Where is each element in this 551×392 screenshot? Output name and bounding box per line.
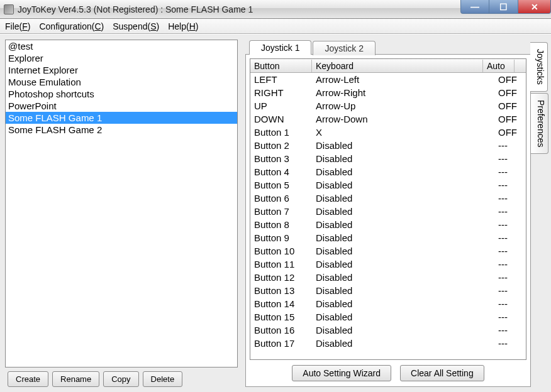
mapping-row[interactable]: UPArrow-UpOFF [250,99,526,112]
cell-auto: --- [494,178,526,192]
profile-row[interactable]: Some FLASH Game 2 [6,124,237,136]
mapping-row[interactable]: LEFTArrow-LeftOFF [250,73,526,86]
cell-keyboard: Disabled [312,218,494,231]
menu-help[interactable]: Help(H) [168,21,198,31]
cell-keyboard: Disabled [312,205,494,218]
mapping-row[interactable]: Button 15Disabled--- [250,310,526,324]
cell-button: Button 15 [250,310,312,324]
mapping-row[interactable]: Button 10Disabled--- [250,244,526,258]
cell-keyboard: Disabled [312,165,494,178]
mapping-area: Joystick 1Joystick 2 Button Keyboard Aut… [245,40,531,387]
col-button[interactable]: Button [250,60,312,72]
cell-auto: --- [494,244,526,258]
cell-keyboard: Disabled [312,284,494,297]
mapping-row[interactable]: DOWNArrow-DownOFF [250,112,526,126]
col-auto[interactable]: Auto [483,60,515,72]
window-controls: — ☐ ✕ [460,0,551,18]
col-spacer [515,65,526,67]
profile-row[interactable]: Explorer [6,52,237,64]
cell-button: Button 11 [250,258,312,271]
cell-auto: --- [494,231,526,244]
joystick-tab[interactable]: Joystick 1 [249,40,311,55]
mapping-row[interactable]: Button 1XOFF [250,126,526,139]
cell-button: UP [250,99,312,112]
cell-button: Button 12 [250,271,312,284]
minimize-button[interactable]: — [460,0,489,14]
cell-auto: --- [494,297,526,310]
cell-auto: --- [494,310,526,324]
clear-all-setting-button[interactable]: Clear All Setting [400,365,484,381]
profile-row[interactable]: PowerPoint [6,100,237,112]
mapping-row[interactable]: Button 4Disabled--- [250,165,526,178]
mapping-row[interactable]: Button 8Disabled--- [250,218,526,231]
profile-row[interactable]: Internet Explorer [6,64,237,76]
profile-buttons: Create Rename Copy Delete [5,371,238,387]
mapping-row[interactable]: Button 3Disabled--- [250,152,526,165]
mapping-row[interactable]: Button 6Disabled--- [250,192,526,205]
profile-row[interactable]: Some FLASH Game 1 [6,112,237,124]
cell-auto: --- [494,205,526,218]
mapping-table: Button Keyboard Auto LEFTArrow-LeftOFFRI… [250,58,526,360]
joystick-tabs: Joystick 1Joystick 2 [245,40,531,54]
profile-row[interactable]: Photoshop shortcuts [6,88,237,100]
mapping-row[interactable]: Button 12Disabled--- [250,271,526,284]
cell-button: Button 14 [250,297,312,310]
right-pane: Joystick 1Joystick 2 Button Keyboard Aut… [243,35,551,392]
cell-keyboard: Disabled [312,337,494,350]
side-tab-preferences[interactable]: Preferences [531,93,548,154]
bottom-buttons: Auto Setting Wizard Clear All Setting [250,360,526,383]
cell-auto: OFF [494,99,526,112]
cell-auto: --- [494,218,526,231]
cell-keyboard: Arrow-Up [312,99,494,112]
profile-row[interactable]: Mouse Emulation [6,76,237,88]
create-button[interactable]: Create [8,371,48,387]
cell-keyboard: Arrow-Left [312,73,494,86]
menu-suspend[interactable]: Suspend(S) [113,21,159,31]
cell-keyboard: Arrow-Down [312,112,494,126]
table-body[interactable]: LEFTArrow-LeftOFFRIGHTArrow-RightOFFUPAr… [250,73,526,359]
table-header: Button Keyboard Auto [250,59,526,73]
cell-keyboard: Disabled [312,324,494,337]
cell-button: Button 3 [250,152,312,165]
cell-keyboard: Disabled [312,297,494,310]
menu-configuration[interactable]: Configuration(C) [39,21,104,31]
title-bar: JoyToKey Ver4.5.3 (Not Registered) : Som… [0,0,551,19]
mapping-row[interactable]: RIGHTArrow-RightOFF [250,86,526,99]
mapping-row[interactable]: Button 16Disabled--- [250,324,526,337]
cell-keyboard: Disabled [312,310,494,324]
cell-button: Button 10 [250,244,312,258]
mapping-row[interactable]: Button 17Disabled--- [250,337,526,350]
mapping-row[interactable]: Button 14Disabled--- [250,297,526,310]
side-tab-joysticks[interactable]: Joysticks [530,42,548,92]
cell-button: Button 13 [250,284,312,297]
profile-list[interactable]: @testExplorerInternet ExplorerMouse Emul… [5,40,238,368]
maximize-button[interactable]: ☐ [489,0,518,14]
rename-button[interactable]: Rename [52,371,99,387]
cell-auto: OFF [494,126,526,139]
mapping-row[interactable]: Button 11Disabled--- [250,258,526,271]
col-keyboard[interactable]: Keyboard [312,60,483,72]
mapping-row[interactable]: Button 13Disabled--- [250,284,526,297]
app-icon [4,4,14,14]
mapping-row[interactable]: Button 9Disabled--- [250,231,526,244]
cell-button: Button 9 [250,231,312,244]
cell-auto: OFF [494,86,526,99]
cell-button: DOWN [250,112,312,126]
close-button[interactable]: ✕ [518,0,551,14]
cell-keyboard: Disabled [312,231,494,244]
auto-setting-wizard-button[interactable]: Auto Setting Wizard [292,365,391,381]
mapping-row[interactable]: Button 2Disabled--- [250,139,526,152]
cell-keyboard: Disabled [312,139,494,152]
cell-auto: --- [494,271,526,284]
cell-auto: --- [494,139,526,152]
copy-button[interactable]: Copy [103,371,138,387]
joystick-tab[interactable]: Joystick 2 [313,41,375,55]
cell-auto: --- [494,152,526,165]
delete-button[interactable]: Delete [143,371,183,387]
cell-button: Button 2 [250,139,312,152]
mapping-row[interactable]: Button 5Disabled--- [250,178,526,192]
cell-auto: --- [494,192,526,205]
profile-row[interactable]: @test [6,40,237,52]
mapping-row[interactable]: Button 7Disabled--- [250,205,526,218]
menu-file[interactable]: File(F) [5,21,30,31]
